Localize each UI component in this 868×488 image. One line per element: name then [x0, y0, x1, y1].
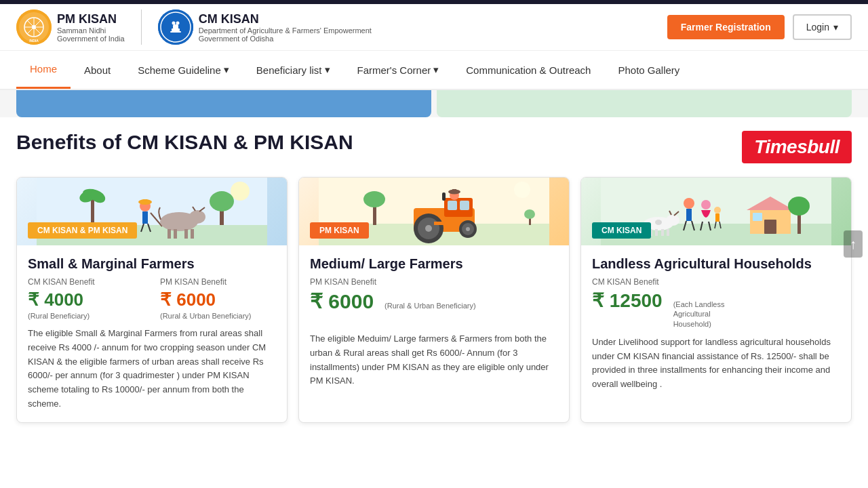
card-landless: CM KISAN Landless Agricultural Household… — [580, 177, 852, 423]
small-marginal-benefit-row: CM KISAN Benefit ₹ 4000 (Rural Beneficia… — [28, 277, 276, 320]
card-small-marginal-body: CM KISAN Benefit ₹ 4000 (Rural Beneficia… — [17, 277, 287, 422]
card-small-marginal-title: Small & Marginal Farmers — [17, 245, 287, 277]
svg-point-29 — [189, 210, 205, 224]
nav-item-farmers-corner[interactable]: Farmer's Corner ▾ — [344, 52, 453, 88]
cm-kisan-benefit-label: CM KISAN Benefit — [28, 277, 144, 287]
nav-item-photo-gallery[interactable]: Photo Gallery — [604, 52, 693, 88]
svg-text:INDIA: INDIA — [29, 39, 39, 43]
card-small-marginal-description: The eligible Small & Marginal Farmers fr… — [28, 327, 276, 411]
pm-kisan-title: PM KISAN — [57, 12, 125, 26]
header: INDIA PM KISAN Samman Nidhi Government o… — [0, 4, 868, 51]
logo-divider — [141, 9, 142, 45]
timesbull-logo: Timesbull — [742, 131, 852, 163]
svg-rect-24 — [143, 199, 147, 203]
pm-kisan-benefit-note: (Rural & Urban Beneficiary) — [160, 312, 276, 320]
svg-point-83 — [655, 220, 662, 225]
header-actions: Farmer Registration Login ▾ — [667, 14, 852, 40]
nav-farmers-label: Farmer's Corner — [357, 64, 431, 76]
scroll-up-button[interactable]: ↑ — [844, 230, 863, 258]
svg-point-42 — [514, 182, 530, 198]
pm-kisan-logo-icon: INDIA — [16, 9, 52, 45]
landless-benefit-amount: ₹ 12500 — [592, 289, 663, 312]
card-landless-description: Under Livelihood support for landless ag… — [592, 336, 840, 392]
svg-point-20 — [210, 191, 234, 211]
medium-large-benefit: PM KISAN Benefit ₹ 6000 (Rural & Urban B… — [310, 277, 558, 313]
farmers-chevron-icon: ▾ — [433, 64, 439, 76]
cm-kisan-sub1: Department of Agriculture & Farmers' Emp… — [199, 26, 372, 35]
svg-point-18 — [231, 182, 250, 201]
header-logos: INDIA PM KISAN Samman Nidhi Government o… — [16, 9, 372, 45]
nav-home-label: Home — [30, 63, 57, 75]
card-medium-large-tag: PM KISAN — [310, 222, 369, 239]
svg-rect-22 — [142, 211, 148, 224]
svg-rect-32 — [167, 229, 171, 239]
scheme-chevron-icon: ▾ — [224, 64, 229, 76]
banner-area — [0, 90, 868, 117]
card-medium-large: PM KISAN Medium/ Large Farmers PM KISAN … — [298, 177, 570, 423]
svg-rect-12 — [173, 24, 178, 29]
pm-kisan-sub1: Samman Nidhi — [57, 26, 125, 35]
svg-rect-34 — [184, 229, 188, 239]
nav-communication-label: Communication & Outreach — [466, 64, 591, 76]
svg-rect-46 — [460, 201, 469, 210]
svg-rect-57 — [452, 189, 456, 192]
svg-rect-71 — [686, 209, 692, 221]
cm-kisan-benefit-amount: ₹ 4000 — [28, 289, 144, 310]
beneficiary-chevron-icon: ▾ — [325, 64, 330, 76]
card-medium-large-image: PM KISAN — [299, 178, 569, 245]
scroll-up-icon: ↑ — [850, 237, 856, 252]
svg-rect-86 — [661, 229, 664, 236]
svg-point-77 — [714, 207, 721, 214]
login-button[interactable]: Login ▾ — [793, 14, 852, 40]
login-chevron-icon: ▾ — [833, 22, 838, 33]
main-content: Benefits of CM KISAN & PM KISAN Timesbul… — [0, 117, 868, 436]
svg-point-70 — [684, 198, 694, 209]
nav-item-about[interactable]: About — [71, 52, 124, 88]
svg-point-13 — [172, 22, 175, 25]
pm-kisan-logo-block: INDIA PM KISAN Samman Nidhi Government o… — [16, 9, 125, 45]
nav-item-beneficiary-list[interactable]: Beneficiary list ▾ — [243, 52, 344, 88]
cm-kisan-text: CM KISAN Department of Agriculture & Far… — [199, 12, 372, 43]
svg-rect-87 — [667, 229, 669, 236]
nav-item-scheme-guideline[interactable]: Scheme Guideline ▾ — [124, 52, 243, 88]
banner-blue — [16, 90, 431, 117]
svg-point-61 — [524, 209, 535, 219]
pm-kisan-benefit-label: PM KISAN Benefit — [160, 277, 276, 287]
svg-rect-55 — [434, 222, 454, 225]
nav-item-home[interactable]: Home — [16, 51, 71, 89]
cm-kisan-benefit-block: CM KISAN Benefit ₹ 4000 (Rural Beneficia… — [28, 277, 144, 320]
card-medium-large-body: PM KISAN Benefit ₹ 6000 (Rural & Urban B… — [299, 277, 569, 399]
landless-benefit: CM KISAN Benefit ₹ 12500 (Each Landless … — [592, 277, 840, 329]
svg-rect-15 — [170, 31, 181, 33]
svg-rect-33 — [174, 229, 177, 239]
svg-rect-66 — [764, 220, 776, 234]
card-landless-image: CM KISAN — [581, 178, 851, 245]
section-title: Benefits of CM KISAN & PM KISAN — [16, 131, 353, 154]
svg-point-74 — [701, 200, 711, 209]
cm-kisan-logo-icon — [158, 9, 193, 45]
landless-benefit-note: (Each Landless Agricultural Household) — [673, 300, 741, 329]
svg-point-14 — [176, 22, 179, 25]
main-nav: Home About Scheme Guideline ▾ Beneficiar… — [0, 51, 868, 90]
pm-kisan-text: PM KISAN Samman Nidhi Government of Indi… — [57, 12, 125, 43]
nav-beneficiary-label: Beneficiary list — [256, 64, 322, 76]
farmer-registration-button[interactable]: Farmer Registration — [667, 15, 785, 39]
banner-light — [437, 90, 852, 117]
svg-rect-35 — [191, 229, 194, 239]
cm-kisan-sub2: Government of Odisha — [199, 35, 372, 43]
svg-rect-53 — [442, 192, 446, 201]
svg-rect-85 — [655, 229, 658, 236]
medium-large-benefit-note: (Rural & Urban Beneficiary) — [384, 302, 476, 310]
svg-point-52 — [466, 227, 470, 231]
cm-kisan-logo-block: CM KISAN Department of Agriculture & Far… — [158, 9, 372, 45]
cm-kisan-title: CM KISAN — [199, 12, 372, 26]
nav-item-communication[interactable]: Communication & Outreach — [452, 52, 604, 88]
login-label: Login — [806, 22, 829, 33]
medium-large-benefit-label: PM KISAN Benefit — [310, 277, 558, 287]
card-medium-large-title: Medium/ Large Farmers — [299, 245, 569, 277]
pm-kisan-benefit-amount: ₹ 6000 — [160, 289, 276, 310]
card-medium-large-description: The eligible Meduim/ Large farmers & Far… — [310, 332, 558, 388]
svg-point-82 — [666, 215, 679, 226]
card-landless-tag: CM KISAN — [592, 222, 651, 239]
card-small-marginal-tag: CM KISAN & PM KISAN — [28, 222, 137, 239]
